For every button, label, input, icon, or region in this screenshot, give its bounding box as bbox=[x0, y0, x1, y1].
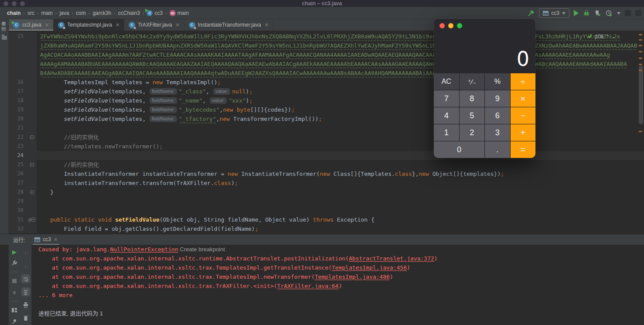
breadcrumb-item-java[interactable]: java bbox=[59, 10, 69, 16]
clear-trash-icon[interactable] bbox=[21, 314, 30, 322]
calc-button-.[interactable]: . bbox=[485, 141, 510, 158]
console-line[interactable]: ... 6 more bbox=[38, 291, 644, 300]
console-line[interactable] bbox=[38, 300, 644, 309]
console-line[interactable]: Caused by: java.lang.NullPointerExceptio… bbox=[38, 245, 644, 254]
close-icon[interactable]: ✕ bbox=[175, 22, 179, 28]
code-line[interactable]: 26InstantiateTransformer instantiateTran… bbox=[9, 169, 644, 178]
run-button[interactable] bbox=[574, 10, 579, 16]
calc-button-3[interactable]: 3 bbox=[485, 124, 510, 141]
close-icon[interactable]: ✕ bbox=[45, 22, 49, 28]
code-line[interactable]: 18setFieldValue(templates, fieldName:"_n… bbox=[9, 96, 644, 105]
warning-stripe-mark[interactable] bbox=[639, 39, 642, 41]
calc-button-5[interactable]: 5 bbox=[460, 107, 485, 124]
close-icon[interactable]: ✕ bbox=[54, 237, 58, 243]
code-line[interactable]: 152FwYWNoZS94YWxhbi9pbnRlcm5hbC94c2x0Yy9… bbox=[9, 32, 644, 41]
calculator-window-controls[interactable] bbox=[440, 23, 462, 28]
calc-button-−[interactable]: − bbox=[511, 107, 536, 124]
warning-stripe-mark[interactable] bbox=[639, 64, 642, 65]
prev-problem-icon[interactable]: ⌃ bbox=[606, 34, 609, 39]
calc-button-2[interactable]: 2 bbox=[460, 124, 485, 141]
warning-stripe-mark[interactable] bbox=[639, 70, 642, 71]
calc-button-8[interactable]: 8 bbox=[460, 90, 485, 107]
tab-TemplatesImpl.java[interactable]: CTemplatesImpl.java✕ bbox=[54, 19, 124, 31]
console-line[interactable]: at com.sun.org.apache.xalan.internal.xsl… bbox=[38, 281, 644, 291]
coverage-icon[interactable] bbox=[594, 10, 601, 17]
calc-button-0[interactable]: 0 bbox=[434, 141, 484, 158]
rerun-button[interactable]: ▶ bbox=[10, 248, 19, 255]
folder-icon[interactable] bbox=[2, 36, 7, 40]
code-line[interactable]: 21 bbox=[9, 123, 644, 133]
calc-button-%[interactable]: % bbox=[485, 73, 510, 90]
code-area[interactable]: 152FwYWNoZS94YWxhbi9pbnRlcm5hbC94c2x0Yy9… bbox=[9, 31, 644, 234]
calc-button-9[interactable]: 9 bbox=[485, 90, 510, 107]
calculator-window[interactable]: 0 AC⁺∕₋%÷789×456−123+0.= bbox=[434, 19, 535, 158]
layout-icon[interactable] bbox=[10, 307, 19, 314]
next-problem-icon[interactable]: ⌄ bbox=[612, 34, 615, 39]
code-line[interactable]: 17setFieldValue(templates, fieldName:"_c… bbox=[9, 87, 644, 96]
code-line[interactable]: 20setFieldValue(templates, fieldName:"_t… bbox=[9, 114, 644, 123]
run-config-selector[interactable]: cc3 bbox=[539, 8, 569, 18]
code-line[interactable]: 31@−public static void setFieldValue(Obj… bbox=[9, 215, 644, 224]
calc-button-AC[interactable]: AC bbox=[434, 73, 459, 90]
console-line[interactable]: 进程已结束, 退出代码为 1 bbox=[38, 309, 644, 318]
code-line[interactable]: AgACQACAAoAAABBAAIAAgAAAAm7AAFZtwACTLEAA… bbox=[9, 50, 644, 59]
warning-stripe-mark[interactable] bbox=[639, 131, 642, 132]
breadcrumb-item-cc3[interactable]: Ccc3 bbox=[147, 10, 163, 16]
debug-bug-icon[interactable] bbox=[583, 10, 590, 17]
warning-stripe-mark[interactable] bbox=[639, 58, 642, 59]
calc-button-4[interactable]: 4 bbox=[434, 107, 459, 124]
settings-wrench-icon[interactable] bbox=[10, 260, 19, 267]
warning-stripe-mark[interactable] bbox=[639, 51, 642, 52]
calc-close-button[interactable] bbox=[440, 23, 445, 28]
breadcrumb-item-main[interactable]: main bbox=[41, 10, 53, 16]
calc-button-×[interactable]: × bbox=[511, 90, 536, 107]
code-editor[interactable]: 152FwYWNoZS94YWxhbi9pbnRlcm5hbC94c2x0Yy9… bbox=[9, 31, 644, 234]
tab-InstantiateTransformer.java[interactable]: CInstantiateTransformer.java✕ bbox=[184, 19, 273, 31]
calc-button-⁺∕₋[interactable]: ⁺∕₋ bbox=[460, 73, 485, 90]
up-stack-icon[interactable]: ↑ bbox=[21, 248, 30, 257]
code-line[interactable]: 16TemplatesImpl templates = new Template… bbox=[9, 78, 644, 87]
breadcrumb-item-chain[interactable]: chain bbox=[7, 10, 20, 16]
code-line[interactable]: 30 bbox=[9, 206, 644, 215]
calc-minimize-button[interactable] bbox=[448, 23, 453, 28]
calc-button-=[interactable]: = bbox=[511, 141, 536, 158]
breadcrumb-item-src[interactable]: src bbox=[27, 10, 34, 16]
build-hammer-icon[interactable] bbox=[528, 10, 535, 17]
code-line[interactable]: 19setFieldValue(templates, fieldName:"_b… bbox=[9, 105, 644, 114]
code-line[interactable]: AAAAgAAMAAAABABUAEAAAAAAAAQAWABcAAQAAAAE… bbox=[9, 59, 644, 68]
warning-stripe-mark[interactable] bbox=[639, 34, 642, 35]
close-icon[interactable]: ✕ bbox=[116, 22, 119, 28]
warning-stripe-mark[interactable] bbox=[639, 45, 642, 46]
console-line[interactable]: at com.sun.org.apache.xalan.internal.xsl… bbox=[38, 272, 644, 281]
breadcrumb-item-com[interactable]: com bbox=[76, 10, 86, 16]
code-line[interactable]: 22−//旧的实例化 bbox=[9, 133, 644, 142]
code-line[interactable]: 27instantiateTransformer.transform(TrAXF… bbox=[9, 178, 644, 188]
breadcrumb-item-main[interactable]: mmain bbox=[170, 10, 189, 16]
tab-cc3.java[interactable]: Ccc3.java✕ bbox=[9, 19, 54, 31]
code-line[interactable]: jZXB0aW9uAQARamF2YS9sYW5nL1J1bnRpbWUBAAp… bbox=[9, 41, 644, 50]
calc-button-+[interactable]: + bbox=[511, 124, 536, 141]
close-icon[interactable]: ✕ bbox=[265, 22, 269, 28]
code-line[interactable]: 32Field field = obj.getClass().getDeclar… bbox=[9, 224, 644, 233]
calc-button-1[interactable]: 1 bbox=[434, 124, 459, 141]
profiler-chevron-icon[interactable] bbox=[617, 12, 620, 14]
commit-tool-icon[interactable]: ▤ bbox=[1, 26, 6, 31]
project-tool-icon[interactable]: ▦ bbox=[1, 21, 6, 26]
calc-zoom-button[interactable] bbox=[457, 23, 462, 28]
code-line[interactable]: 25−//新的实例化 bbox=[9, 160, 644, 169]
profiler-icon[interactable] bbox=[606, 10, 613, 17]
console-line[interactable]: at com.sun.org.apache.xalan.internal.xsl… bbox=[38, 263, 644, 272]
console-output[interactable]: Caused by: java.lang.NullPointerExceptio… bbox=[38, 245, 644, 325]
soft-wrap-icon[interactable] bbox=[21, 274, 30, 283]
run-tab-cc3[interactable]: cc3 ✕ bbox=[33, 234, 59, 245]
stop-button[interactable] bbox=[10, 277, 19, 284]
print-icon[interactable] bbox=[21, 301, 30, 309]
calc-button-÷[interactable]: ÷ bbox=[511, 73, 536, 90]
inspections-widget[interactable]: ✔ 108 ⌃ ⌄ bbox=[588, 33, 615, 40]
console-line[interactable]: at com.sun.org.apache.xalan.internal.xsl… bbox=[38, 254, 644, 263]
code-line[interactable]: 23//templates.newTransformer(); bbox=[9, 142, 644, 151]
code-line[interactable]: 28−} bbox=[9, 188, 644, 197]
scroll-to-end-icon[interactable] bbox=[21, 287, 30, 296]
calc-button-6[interactable]: 6 bbox=[485, 107, 510, 124]
breadcrumb-item-garck3h[interactable]: garck3h bbox=[92, 10, 111, 16]
